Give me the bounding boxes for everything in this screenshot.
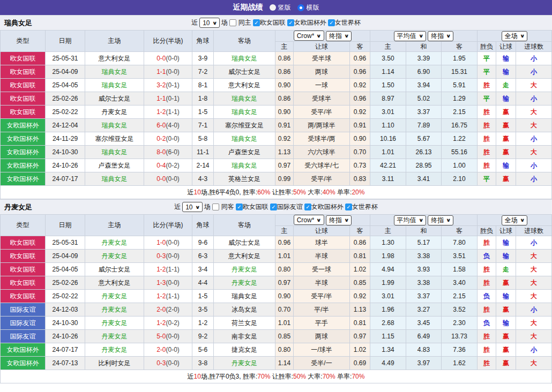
score: 1-2(1-1) [144,290,192,303]
chevron-down-icon: ∨ [418,217,423,223]
match-date: 24-12-04 [46,119,85,132]
col-header-4: 角球 [192,31,214,52]
summary-segment: 单率: [335,373,352,380]
type-badge: 欧女国联 [1,79,46,92]
type-badge: 欧女国联 [1,250,46,263]
avg-away-odds: 1.22 [442,132,478,146]
competition-filter-2[interactable]: ✓女世界杯 [328,18,361,27]
handicap-outcome: 输 [496,290,516,303]
score: 2-0(2-0) [144,303,192,316]
avg-draw-odds: 5.02 [406,92,442,105]
same-venue-filter[interactable]: 同客 [212,202,234,212]
result-outcome: 胜 [478,276,496,290]
competition-filter-1[interactable]: ✓国际友谊 [270,202,303,212]
result-outcome: 胜 [478,132,496,146]
average-select[interactable]: 平均值∨ [394,31,426,41]
goals-outcome: 大 [516,290,552,303]
bookmaker-select[interactable]: Crow*∨ [294,215,324,225]
col-header-2: 主场 [85,215,144,236]
radio-unchecked-icon [270,4,276,11]
home-odds: 0.86 [275,52,294,65]
avg-home-odds: 3.11 [370,172,406,186]
away-team: 瑞典女足 [214,159,275,172]
competition-filter-2[interactable]: ✓女欧国杯外 [304,202,344,212]
away-odds: 0.70 [350,146,370,159]
layout-radio-horizontal[interactable]: 横版 [297,3,319,12]
bookmaker-select[interactable]: Crow*∨ [294,31,324,41]
handicap-line: 两球 [294,330,350,343]
halftime-score: (0-0) [166,68,180,76]
competition-filter-0[interactable]: ✓欧女国联 [253,18,286,27]
recent-count-select[interactable]: 10∨ [199,18,220,28]
summary-segment: 70% [352,373,364,380]
away-team: 瑞典女足 [214,105,275,119]
avg-away-odds: 7.80 [442,236,478,250]
avg-home-odds: 8.97 [370,92,406,105]
away-team: 意大利女足 [214,250,275,263]
away-odds: 0.91 [350,119,370,132]
same-venue-checkbox[interactable] [229,19,236,26]
topbar: 近期战绩 竖版 横版 [0,0,552,15]
type-badge: 欧女国联 [1,65,46,79]
competition-filter-3[interactable]: ✓女世界杯 [345,202,378,212]
halftime-score: (0-0) [166,252,180,260]
sub-header-1-1: 和 [406,226,442,236]
result-outcome: 胜 [478,330,496,343]
competition-checkbox[interactable]: ✓ [345,203,352,210]
avg-home-odds: 1.10 [370,119,406,132]
avg-draw-odds: 3.38 [406,276,442,290]
layout-radio-vertical[interactable]: 竖版 [270,3,291,12]
match-date: 24-10-30 [46,146,85,159]
handicap-outcome: 输 [496,159,516,172]
avg-draw-odds: 6.90 [406,65,442,79]
col-header-5: 客场 [214,31,275,52]
average-select[interactable]: 平均值∨ [394,215,426,225]
fulltime-score: 0-3 [156,252,166,260]
sub-header-0-1: 让球 [294,226,350,236]
competition-filter-0[interactable]: ✓欧女国联 [236,202,268,212]
handicap-line: 一球 [294,79,350,92]
summary-segment: 场,胜6平4负0, 胜率: [201,189,257,196]
competition-checkbox[interactable]: ✓ [270,203,277,210]
same-venue-checkbox[interactable] [212,203,219,210]
home-team: 丹麦女足 [85,105,144,119]
competition-checkbox[interactable]: ✓ [328,19,335,26]
spread-period-select[interactable]: 终指∨ [326,215,352,225]
competition-label: 欧女国联 [243,202,268,212]
competition-checkbox[interactable]: ✓ [304,203,311,210]
competition-checkbox[interactable]: ✓ [287,19,294,26]
spread-period-select-value: 终指 [329,216,342,225]
type-badge: 欧女国联 [1,92,46,105]
handicap-outcome: 走 [496,79,516,92]
average-period-select[interactable]: 终指∨ [428,31,453,41]
recent-label: 近 [191,18,198,27]
competition-filter-1[interactable]: ✓女欧国杯外 [287,18,326,27]
scope-select[interactable]: 全场∨ [502,31,527,41]
average-period-select[interactable]: 终指∨ [428,215,453,225]
avg-away-odds: 1.95 [442,52,478,65]
col-header-3: 比分(半场) [144,215,192,236]
avg-home-odds: 1.99 [370,276,406,290]
score: 1-1(0-1) [144,92,192,105]
fulltime-score: 1-2 [156,266,166,273]
match-row: 欧女国联25-02-22丹麦女足1-2(1-1)1-5瑞典女足0.90受平/半0… [1,290,552,303]
avg-draw-odds: 3.97 [406,357,442,370]
handicap-outcome: 走 [496,263,516,276]
scope-select[interactable]: 全场∨ [502,215,527,225]
avg-draw-odds: 3.27 [406,303,442,316]
handicap-outcome: 输 [496,236,516,250]
chevron-down-icon: ∨ [344,217,349,223]
handicap-outcome: 输 [496,92,516,105]
corner-score: 3-5 [192,303,214,316]
avg-draw-odds: 3.94 [406,79,442,92]
avg-away-odds: 1.58 [442,263,478,276]
col-header-0: 类型 [1,31,46,52]
away-odds: 0.92 [350,290,370,303]
spread-period-select[interactable]: 终指∨ [326,31,352,41]
same-venue-filter[interactable]: 同主 [229,18,251,27]
recent-count-select[interactable]: 10∨ [182,202,203,212]
competition-checkbox[interactable]: ✓ [253,19,260,26]
match-row: 欧女国联25-02-26威尔士女足1-1(0-1)1-8瑞典女足0.86受球半0… [1,92,552,105]
odds-group-0: Crow*∨ 终指∨ [275,215,370,226]
competition-checkbox[interactable]: ✓ [236,203,243,210]
